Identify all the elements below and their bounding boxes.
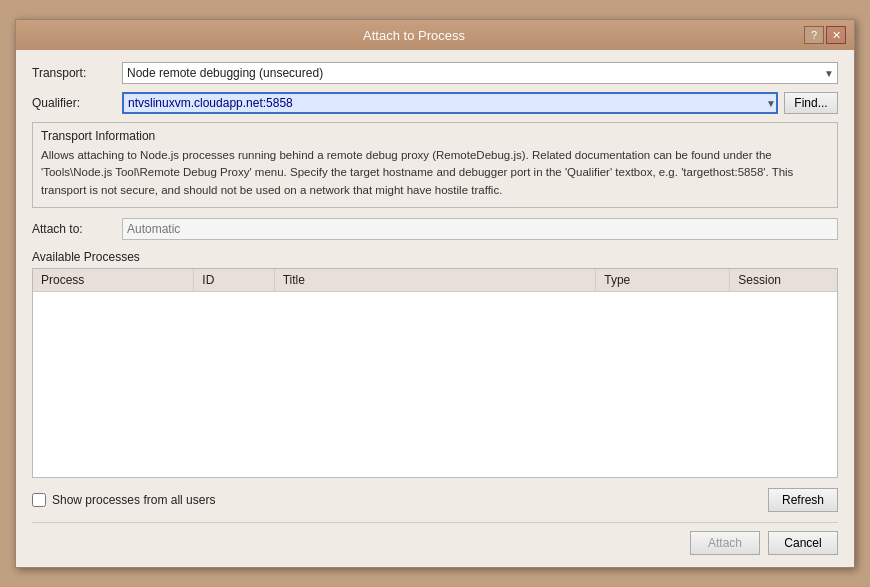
help-button[interactable]: ? [804, 26, 824, 44]
qualifier-control-wrap: ▼ Find... [122, 92, 838, 114]
title-bar: Attach to Process ? ✕ [16, 20, 854, 50]
transport-info-legend: Transport Information [41, 129, 829, 143]
col-session: Session [730, 269, 837, 292]
processes-table: Process ID Title Type Session [33, 269, 837, 292]
attach-to-input[interactable] [122, 218, 838, 240]
processes-table-header: Process ID Title Type Session [33, 269, 837, 292]
qualifier-input[interactable] [122, 92, 778, 114]
attach-to-row: Attach to: [32, 218, 838, 240]
dialog-title: Attach to Process [24, 28, 804, 43]
find-button[interactable]: Find... [784, 92, 838, 114]
bottom-row: Show processes from all users Refresh [32, 488, 838, 512]
transport-select[interactable]: Node remote debugging (unsecured)Default… [122, 62, 838, 84]
action-buttons-row: Attach Cancel [32, 522, 838, 555]
transport-select-wrapper: Node remote debugging (unsecured)Default… [122, 62, 838, 84]
qualifier-row: Qualifier: ▼ Find... [32, 92, 838, 114]
qualifier-label: Qualifier: [32, 96, 122, 110]
transport-info-group: Transport Information Allows attaching t… [32, 122, 838, 208]
qualifier-input-wrap: ▼ [122, 92, 778, 114]
show-all-text: Show processes from all users [52, 493, 215, 507]
attach-to-process-dialog: Attach to Process ? ✕ Transport: Node re… [15, 19, 855, 568]
processes-table-header-row: Process ID Title Type Session [33, 269, 837, 292]
col-id: ID [194, 269, 274, 292]
show-all-label: Show processes from all users [32, 493, 215, 507]
col-title: Title [274, 269, 596, 292]
cancel-button[interactable]: Cancel [768, 531, 838, 555]
col-type: Type [596, 269, 730, 292]
transport-control-wrap: Node remote debugging (unsecured)Default… [122, 62, 838, 84]
available-processes-label: Available Processes [32, 250, 838, 264]
processes-table-wrap[interactable]: Process ID Title Type Session [32, 268, 838, 478]
transport-row: Transport: Node remote debugging (unsecu… [32, 62, 838, 84]
transport-info-text: Allows attaching to Node.js processes ru… [41, 147, 829, 199]
dialog-body: Transport: Node remote debugging (unsecu… [16, 50, 854, 567]
transport-label: Transport: [32, 66, 122, 80]
col-process: Process [33, 269, 194, 292]
close-button[interactable]: ✕ [826, 26, 846, 44]
attach-button[interactable]: Attach [690, 531, 760, 555]
show-all-checkbox[interactable] [32, 493, 46, 507]
title-bar-controls: ? ✕ [804, 26, 846, 44]
refresh-button[interactable]: Refresh [768, 488, 838, 512]
attach-to-label: Attach to: [32, 222, 122, 236]
